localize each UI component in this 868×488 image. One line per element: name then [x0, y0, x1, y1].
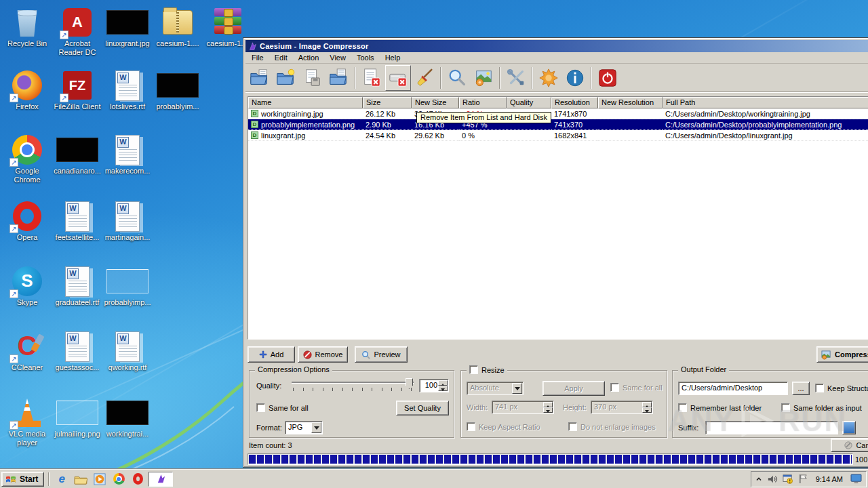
cell-name: Dlinuxgrant.jpg: [248, 130, 363, 141]
open-list-button[interactable]: [326, 65, 352, 91]
add-folder-icon: [276, 68, 296, 88]
preferences-button[interactable]: [536, 65, 561, 91]
suffix-input[interactable]: [705, 421, 838, 434]
explorer-quicklaunch-button[interactable]: [73, 472, 89, 487]
desktop-icon[interactable]: julmailing.png: [53, 396, 102, 439]
menu-action[interactable]: Action: [294, 53, 324, 62]
toolbar-separator: [355, 67, 356, 89]
desktop-icon[interactable]: makerecom...: [103, 133, 152, 176]
col-full-path[interactable]: Full Path: [663, 97, 868, 108]
chrome-icon: [113, 473, 125, 485]
col-new-resolution[interactable]: New Resolution: [598, 97, 663, 108]
start-button[interactable]: Start: [1, 472, 44, 487]
menu-tools[interactable]: Tools: [352, 53, 379, 62]
height-spinbox[interactable]: 370 px: [591, 401, 653, 414]
action-center-flag-icon[interactable]: [798, 474, 808, 484]
preview-icon: [447, 68, 467, 88]
desktop-icon[interactable]: workingtrai...: [103, 396, 152, 439]
menu-file[interactable]: File: [247, 53, 269, 62]
col-new-size[interactable]: New Size: [412, 97, 459, 108]
apply-button[interactable]: Apply: [542, 381, 605, 396]
desktop-icon[interactable]: qworking.rtf: [103, 329, 152, 372]
desktop-icon[interactable]: canadianaro...: [53, 133, 102, 176]
caesium-task-button[interactable]: [149, 472, 173, 487]
col-size[interactable]: Size: [363, 97, 412, 108]
desktop-icon[interactable]: ↗Opera: [3, 199, 52, 242]
desktop-icon[interactable]: caesium-1....: [153, 5, 202, 48]
preview-button-bottom[interactable]: Preview: [355, 346, 408, 363]
menu-help[interactable]: Help: [380, 53, 406, 62]
compress-button-main[interactable]: Compress: [816, 346, 868, 363]
width-spinbox[interactable]: 741 px: [492, 401, 554, 414]
titlebar[interactable]: Caesium - Image Compressor: [245, 40, 868, 52]
col-name[interactable]: Name: [248, 97, 363, 108]
tray-chevron-icon[interactable]: [755, 476, 762, 483]
chrome-quicklaunch-button[interactable]: [111, 472, 127, 487]
file-table[interactable]: Name Size New Size Ratio Quality Resolut…: [248, 96, 868, 340]
remove-button[interactable]: Remove: [298, 346, 348, 363]
output-path-input[interactable]: C:/Users/admin/Desktop: [678, 382, 788, 395]
menu-view[interactable]: View: [325, 53, 351, 62]
desktop-icon[interactable]: ↗Firefox: [3, 68, 52, 111]
desktop-icon[interactable]: FZ↗FileZilla Client: [53, 68, 102, 111]
col-resolution[interactable]: Resolution: [551, 97, 598, 108]
exit-button[interactable]: [595, 65, 620, 91]
desktop-icon[interactable]: S↗Skype: [3, 264, 52, 307]
format-dropdown-arrow[interactable]: [311, 422, 321, 433]
keep-aspect-checkbox[interactable]: Keep Aspect Ratio: [467, 422, 540, 431]
desktop-icon[interactable]: martinagain...: [103, 199, 152, 242]
about-button[interactable]: [562, 65, 588, 91]
cancel-button[interactable]: Cancel: [831, 439, 868, 452]
remove-item-disk-button[interactable]: [385, 65, 411, 91]
wmp-quicklaunch-button[interactable]: [92, 472, 108, 487]
table-row[interactable]: Dworkingtraining.jpg26.12 Kb32.47 Kb+24 …: [248, 108, 868, 119]
same-for-all-checkbox[interactable]: Same for all: [256, 403, 309, 412]
suffix-apply-button[interactable]: [842, 421, 856, 434]
desktop-icon[interactable]: feetsatellite...: [53, 199, 102, 242]
ie-quicklaunch-button[interactable]: e: [54, 472, 70, 487]
desktop-icon[interactable]: ↗Google Chrome: [3, 133, 52, 184]
set-quality-button[interactable]: Set Quality: [396, 401, 449, 415]
desktop-icon-label: VLC media player: [3, 430, 52, 447]
remove-item-button[interactable]: [359, 65, 384, 91]
col-quality[interactable]: Quality: [507, 97, 551, 108]
table-row[interactable]: Dlinuxgrant.jpg24.54 Kb29.62 Kb0 %1682x8…: [248, 130, 868, 141]
show-desktop-icon[interactable]: [850, 474, 862, 484]
desktop-icon[interactable]: ↗VLC media player: [3, 396, 52, 447]
desktop-icon[interactable]: probablyim...: [153, 68, 202, 111]
desktop-icon[interactable]: probablyimp...: [103, 264, 152, 307]
volume-icon[interactable]: [767, 474, 778, 484]
desktop-icon[interactable]: lotslives.rtf: [103, 68, 152, 111]
security-alert-icon[interactable]: [783, 474, 793, 484]
resize-mode-dropdown[interactable]: Absolute: [467, 382, 524, 395]
table-row[interactable]: Dprobablyimplementation.png2.90 Kb16.16 …: [248, 119, 868, 130]
opera-quicklaunch-button[interactable]: [130, 472, 146, 487]
desktop-icon[interactable]: C↗CCleaner: [3, 329, 52, 372]
desktop-icon[interactable]: Recycle Bin: [3, 5, 52, 48]
quality-slider[interactable]: [292, 378, 414, 393]
desktop-icon[interactable]: A↗Acrobat Reader DC: [53, 5, 102, 57]
open-file-button[interactable]: [247, 65, 273, 91]
compress-button-toolbar[interactable]: [471, 65, 496, 91]
quality-spin-arrows[interactable]: [438, 380, 448, 391]
add-button[interactable]: Add: [248, 346, 295, 363]
browse-button[interactable]: ...: [792, 382, 810, 395]
menu-edit[interactable]: Edit: [270, 53, 292, 62]
desktop-icon[interactable]: guestassoc...: [53, 329, 102, 372]
keep-structure-checkbox[interactable]: Keep Structure: [815, 384, 868, 392]
resize-title-checkbox[interactable]: Resize: [467, 365, 507, 374]
resize-same-for-all-checkbox[interactable]: Same for all: [610, 383, 663, 392]
desktop-icon[interactable]: linuxgrant.jpg: [103, 5, 152, 48]
desktop-icon[interactable]: graduateel.rtf: [53, 264, 102, 307]
preview-button[interactable]: [444, 65, 470, 91]
same-folder-as-input-checkbox[interactable]: Same folder as input: [781, 403, 862, 412]
tools-button[interactable]: [503, 65, 529, 91]
quality-spinbox[interactable]: 100: [419, 379, 449, 392]
save-list-button[interactable]: [300, 65, 326, 91]
col-ratio[interactable]: Ratio: [459, 97, 507, 108]
clear-list-button[interactable]: [412, 65, 437, 91]
remember-last-folder-checkbox[interactable]: Remember last folder: [678, 403, 762, 412]
add-folder-button[interactable]: [273, 65, 299, 91]
format-dropdown[interactable]: JPG: [285, 421, 323, 434]
do-not-enlarge-checkbox[interactable]: Do not enlarge images: [568, 422, 656, 431]
